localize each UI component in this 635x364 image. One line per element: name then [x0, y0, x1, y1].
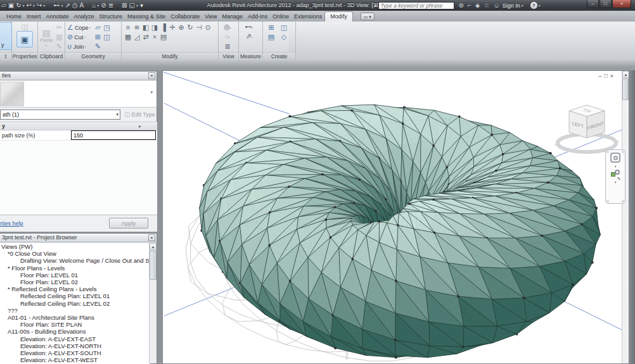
save-icon[interactable]: ▣: [8, 1, 14, 10]
close-button[interactable]: ×: [612, 0, 631, 8]
group-collapse-icon[interactable]: ▴: [138, 123, 141, 129]
split-element-icon[interactable]: ▐: [161, 23, 166, 32]
type-preview[interactable]: ▾: [0, 81, 157, 108]
ribbon-state-toggle[interactable]: ▭ ▾: [361, 13, 375, 20]
undo-dropdown-icon[interactable]: ▾: [33, 3, 35, 8]
default-3d-view-dropdown-icon[interactable]: ▾: [97, 3, 99, 8]
user-icon[interactable]: ☺: [493, 2, 499, 9]
measure-along-element-icon[interactable]: ⇗▾: [245, 32, 252, 42]
apply-button[interactable]: Apply: [109, 218, 148, 229]
browser-tree-item[interactable]: A01-01 - Architectural Site Plans: [0, 314, 150, 321]
maximize-button[interactable]: □: [600, 0, 612, 8]
project-browser-title[interactable]: 3pnt test.rvt - Project Browser ✕: [0, 234, 157, 242]
visibility-graphics-icon[interactable]: ◎▾: [224, 23, 231, 32]
modify-select-button[interactable]: y: [0, 22, 12, 50]
redo-dropdown-icon[interactable]: ▾: [43, 3, 45, 8]
favorites-star-icon[interactable]: ☆: [484, 2, 489, 9]
demolish-icon[interactable]: ◳: [103, 23, 110, 32]
zoom-icon[interactable]: [611, 170, 620, 179]
offset-icon[interactable]: ≋: [134, 23, 139, 32]
unpin-icon[interactable]: ⇄: [143, 33, 148, 41]
search-input[interactable]: [378, 2, 454, 9]
minimize-button[interactable]: –: [587, 0, 599, 8]
steering-wheel-dropdown-icon[interactable]: ▾: [614, 164, 616, 168]
browser-tree-item[interactable]: Elevation: A-ELV-EXT-SOUTH: [0, 349, 150, 356]
copy-to-clipboard-icon[interactable]: ▥: [56, 33, 62, 41]
aligned-dimension-icon[interactable]: ⇗: [65, 1, 70, 10]
help-dropdown-icon[interactable]: ▾: [539, 3, 541, 8]
browser-scrollbar[interactable]: ▲: [149, 243, 156, 363]
default-3d-view-icon[interactable]: ⌂: [92, 1, 96, 10]
browser-tree-item[interactable]: Reflected Ceiling Plan: LEVEL 02: [0, 300, 150, 307]
browser-tree-item[interactable]: Views (PW): [0, 243, 150, 250]
paint-icon[interactable]: ✎: [95, 42, 101, 51]
measure-dropdown-icon[interactable]: ▾: [61, 3, 63, 8]
match-icon[interactable]: ▤: [160, 33, 167, 41]
join-geometry-dropdown-icon[interactable]: ▾: [85, 44, 87, 49]
customize-quick-access-icon[interactable]: ▾: [140, 1, 143, 10]
scale-icon[interactable]: ◿: [134, 33, 139, 41]
viewport-scroll-up-icon[interactable]: ▲: [622, 71, 629, 78]
browser-tree-item[interactable]: ???: [0, 307, 150, 314]
type-preview-dropdown-icon[interactable]: ▾: [150, 90, 153, 95]
mirror-draw-axis-icon[interactable]: ◨: [151, 23, 158, 32]
browser-scroll-thumb[interactable]: [150, 251, 157, 280]
tab-view[interactable]: View: [202, 12, 219, 22]
property-group-header[interactable]: y ▴: [0, 122, 157, 130]
tab-modify[interactable]: Modify: [324, 11, 353, 22]
copy-icon[interactable]: ⊕: [178, 23, 184, 32]
steering-wheel-icon[interactable]: [610, 153, 620, 163]
text-icon[interactable]: A: [80, 1, 84, 10]
create-assembly-icon[interactable]: ◫: [281, 23, 287, 32]
property-value-input[interactable]: [71, 130, 156, 140]
match-type-properties-icon[interactable]: ✎: [56, 42, 62, 51]
tab-extensions[interactable]: Extensions: [292, 12, 324, 22]
communication-center-icon[interactable]: ◈: [475, 2, 480, 9]
properties-palette-title[interactable]: ties ✕: [0, 72, 157, 80]
viewport-minimize-icon[interactable]: –: [598, 73, 601, 79]
browser-tree-item[interactable]: Elevation: A-ELV-EXT-NORTH: [0, 342, 150, 349]
measure-icon[interactable]: ⊷: [53, 1, 60, 10]
create-similar-icon[interactable]: ◇: [281, 33, 286, 41]
close-hidden-windows-icon[interactable]: ⊠: [122, 1, 127, 10]
browser-tree-item[interactable]: Drafting View: Welcome Page / Close Out …: [0, 257, 150, 264]
browser-tree-item[interactable]: *0 Close Out View: [0, 250, 150, 257]
undo-icon[interactable]: ↩: [27, 1, 32, 10]
browser-tree-item[interactable]: A11-00s - Building Elevations: [0, 328, 150, 335]
search-binoculars-icon[interactable]: ⊚: [459, 2, 464, 9]
type-selector[interactable]: ath (1) ▾: [0, 110, 120, 120]
cope-button[interactable]: ∠Cope▾: [67, 23, 91, 32]
cut-geometry-button[interactable]: ⊘Cut▾: [67, 32, 91, 42]
project-browser-close-icon[interactable]: ✕: [148, 234, 155, 241]
tab-analyze[interactable]: Analyze: [72, 12, 97, 22]
thin-lines-toggle-icon[interactable]: ≣: [224, 42, 230, 51]
apply-coping-icon[interactable]: ▱: [95, 23, 100, 32]
scroll-up-icon[interactable]: ▲: [150, 243, 157, 250]
edit-type-button[interactable]: ◫ Edit Type: [124, 110, 155, 118]
measure-between-references-icon[interactable]: ⊷▾: [245, 23, 253, 32]
cut-to-clipboard-icon[interactable]: ✂: [56, 23, 62, 32]
tab-collaborate[interactable]: Collaborate: [168, 12, 202, 22]
subscription-key-icon[interactable]: ⌐: [468, 2, 471, 9]
tab-home[interactable]: Home: [4, 12, 24, 22]
tab-add-ins[interactable]: Add-Ins: [245, 12, 270, 22]
browser-tree-item[interactable]: Floor Plan: LEVEL 01: [0, 272, 150, 279]
viewport-restore-icon[interactable]: □: [604, 73, 607, 79]
search-collapse-caret[interactable]: ◂: [374, 3, 376, 8]
tab-manage[interactable]: Manage: [220, 12, 246, 22]
tab-structure[interactable]: Structure: [97, 12, 125, 22]
tab-online[interactable]: Online: [270, 12, 292, 22]
sign-in-dropdown-icon[interactable]: ▾: [522, 3, 523, 8]
move-icon[interactable]: ✛: [169, 23, 175, 32]
thin-lines-icon[interactable]: ≣: [108, 1, 113, 10]
browser-tree-item[interactable]: Floor Plan: LEVEL 02: [0, 279, 150, 286]
tab-insert[interactable]: Insert: [24, 12, 44, 22]
align-icon[interactable]: ≡: [126, 23, 130, 32]
switch-windows-icon[interactable]: ◱: [129, 1, 134, 10]
join-geometry-button[interactable]: ∪Join▾: [67, 42, 91, 51]
rotate-icon[interactable]: ↻: [187, 23, 193, 32]
tab-annotate[interactable]: Annotate: [44, 12, 72, 22]
open-icon[interactable]: ▱: [1, 1, 6, 10]
browser-tree-item[interactable]: Elevation: A-ELV-EXT-WEST: [0, 356, 150, 363]
tag-by-category-icon[interactable]: ◷: [72, 1, 78, 10]
